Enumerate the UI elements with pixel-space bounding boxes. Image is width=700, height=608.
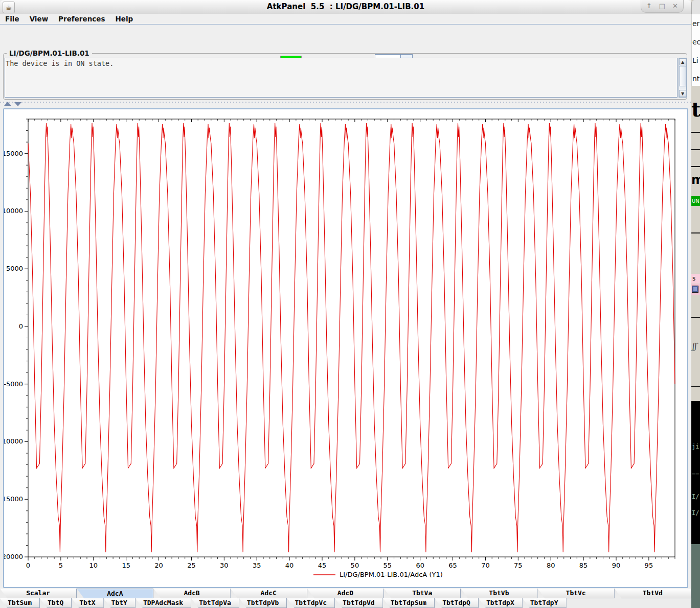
terminal-window-fragment: ji == I/ I/ <box>691 401 700 544</box>
tab-tbttdpy[interactable]: TbtTdpY <box>523 598 567 608</box>
scroll-down-icon: ▼ <box>681 91 684 96</box>
legend-label: LI/DG/BPM.01-LIB.01/AdcA (Y1) <box>340 571 443 578</box>
y-tick-label: -5000 <box>4 380 23 388</box>
close-button[interactable]: ✕ <box>672 1 678 11</box>
menu-preferences[interactable]: Preferences <box>53 15 110 23</box>
divider <box>691 132 700 133</box>
x-tick-label: 0 <box>26 562 30 569</box>
shade-button[interactable]: ↑ <box>646 1 652 11</box>
tab-tbty[interactable]: TbtY <box>104 598 136 608</box>
adca-chart-panel[interactable]: 150001000050000-5000-10000-15000-2000005… <box>3 108 688 588</box>
x-tick-label: 70 <box>481 562 490 569</box>
x-tick-label: 40 <box>285 562 294 569</box>
y-tick-label: 0 <box>19 322 23 330</box>
tab-tbtvd[interactable]: TbtVd <box>615 589 691 598</box>
tab-scalar[interactable]: Scalar <box>0 589 77 598</box>
tab-tbtvb[interactable]: TbtVb <box>461 589 537 598</box>
tab-row-1: ScalarAdcAAdcBAdcCAdcDTbtVaTbtVbTbtVcTbt… <box>0 589 691 598</box>
x-tick-label: 90 <box>612 562 621 569</box>
menu-file[interactable]: File <box>0 15 25 23</box>
background-window-fragment <box>691 544 700 608</box>
text-fragment: m <box>691 173 700 187</box>
adca-series-line <box>28 123 675 552</box>
x-tick-label: 20 <box>154 562 163 569</box>
groupbox-title: LI/DG/BPM.01-LIB.01 <box>7 49 92 57</box>
tab-tbtva[interactable]: TbtVa <box>384 589 461 598</box>
splitter-collapse-down-icon[interactable] <box>14 102 21 106</box>
menu-help[interactable]: Help <box>110 15 138 23</box>
y-tick-label: 15000 <box>4 150 23 157</box>
x-tick-label: 10 <box>89 562 98 569</box>
tab-tbttdpsum[interactable]: TbtTdpSum <box>383 598 435 608</box>
tab-row-2: TbtSumTbtQTbtXTbtYTDPAdcMaskTbtTdpVaTbtT… <box>0 598 691 608</box>
y-tick-label: 5000 <box>6 265 23 272</box>
tab-adcc[interactable]: AdcC <box>231 589 307 598</box>
tab-adcd[interactable]: AdcD <box>307 589 384 598</box>
status-textarea[interactable]: The device is in ON state. <box>5 58 678 98</box>
terminal-text: ji <box>691 443 700 450</box>
toolbar-fragment <box>691 284 700 295</box>
tab-tbttdpva[interactable]: TbtTdpVa <box>191 598 239 608</box>
tab-tbttdpvd[interactable]: TbtTdpVd <box>335 598 383 608</box>
device-header: LI/DG/BPM.01-LIB.01 ▼ <box>0 25 691 49</box>
tab-tbtx[interactable]: TbtX <box>72 598 103 608</box>
terminal-text: I/ <box>691 493 700 500</box>
y-tick-label: -15000 <box>4 495 23 503</box>
text-fragment: t <box>691 97 700 121</box>
device-status-groupbox: LI/DG/BPM.01-LIB.01 The device is in ON … <box>3 53 687 100</box>
divider <box>691 317 700 318</box>
x-tick-label: 95 <box>645 562 653 569</box>
x-tick-label: 5 <box>59 562 63 569</box>
sliver-text-fragments: er ec Li nt <box>691 14 700 86</box>
scrollbar-thumb[interactable] <box>679 66 686 86</box>
x-tick-label: 45 <box>318 562 327 569</box>
text-fragment: s <box>691 274 700 284</box>
title-bar[interactable]: ☕ AtkPanel 5.5 : LI/DG/BPM.01-LIB.01 ↑□✕ <box>0 0 691 14</box>
x-tick-label: 65 <box>448 562 457 569</box>
splitter-bar[interactable] <box>0 100 691 108</box>
maximize-button[interactable]: □ <box>659 1 665 11</box>
window-title: AtkPanel 5.5 : LI/DG/BPM.01-LIB.01 <box>0 0 691 14</box>
tab-tbtq[interactable]: TbtQ <box>40 598 72 608</box>
divider <box>691 386 700 387</box>
x-tick-label: 85 <box>579 562 588 569</box>
x-tick-label: 60 <box>416 562 424 569</box>
text-fragment: nt <box>692 69 700 88</box>
sliver-panel-fragment: t m UN s ʃʃ <box>691 86 700 401</box>
x-tick-label: 35 <box>253 562 261 569</box>
x-tick-label: 30 <box>220 562 229 569</box>
tab-adcb[interactable]: AdcB <box>153 589 230 598</box>
text-fragment: ec <box>692 33 700 51</box>
tab-tbttdpvc[interactable]: TbtTdpVc <box>287 598 335 608</box>
menu-view[interactable]: View <box>25 15 53 23</box>
tab-tbtvc[interactable]: TbtVc <box>538 589 615 598</box>
tab-tdpadcmask[interactable]: TDPAdcMask <box>136 598 191 608</box>
tab-tbttdpvb[interactable]: TbtTdpVb <box>239 598 287 608</box>
x-tick-label: 80 <box>547 562 555 569</box>
attribute-tabs: ScalarAdcAAdcBAdcCAdcDTbtVaTbtVbTbtVcTbt… <box>0 589 691 608</box>
tab-adca[interactable]: AdcA <box>77 589 153 598</box>
window-controls: ↑□✕ <box>641 0 684 13</box>
waveform-chart[interactable]: 150001000050000-5000-10000-15000-2000005… <box>4 109 687 587</box>
text-fragment: Li <box>692 51 700 69</box>
atkpanel-window: ☕ AtkPanel 5.5 : LI/DG/BPM.01-LIB.01 ↑□✕… <box>0 0 691 608</box>
tab-tbttdpx[interactable]: TbtTdpX <box>479 598 523 608</box>
sliver-titlebar-fragment <box>691 0 700 14</box>
divider <box>691 149 700 150</box>
tab-tbtsum[interactable]: TbtSum <box>0 598 40 608</box>
status-scrollbar[interactable]: ▲ ▼ <box>679 58 687 98</box>
divider <box>691 166 700 167</box>
x-tick-label: 75 <box>514 562 523 569</box>
text-fragment: ʃʃ <box>692 341 696 351</box>
terminal-text: I/ <box>691 509 700 517</box>
splitter-collapse-up-icon[interactable] <box>4 102 11 106</box>
y-tick-label: -10000 <box>4 437 23 445</box>
background-window-sliver: er ec Li nt t m UN s ʃʃ ji == I/ I/ <box>691 0 700 608</box>
button-icon <box>692 286 698 293</box>
tab-tbttdpq[interactable]: TbtTdpQ <box>435 598 479 608</box>
scrollbar-down-button[interactable]: ▼ <box>679 90 686 97</box>
terminal-text: == <box>691 471 700 478</box>
scroll-up-icon: ▲ <box>681 60 684 64</box>
scrollbar-up-button[interactable]: ▲ <box>679 58 686 65</box>
x-tick-label: 55 <box>383 562 392 569</box>
